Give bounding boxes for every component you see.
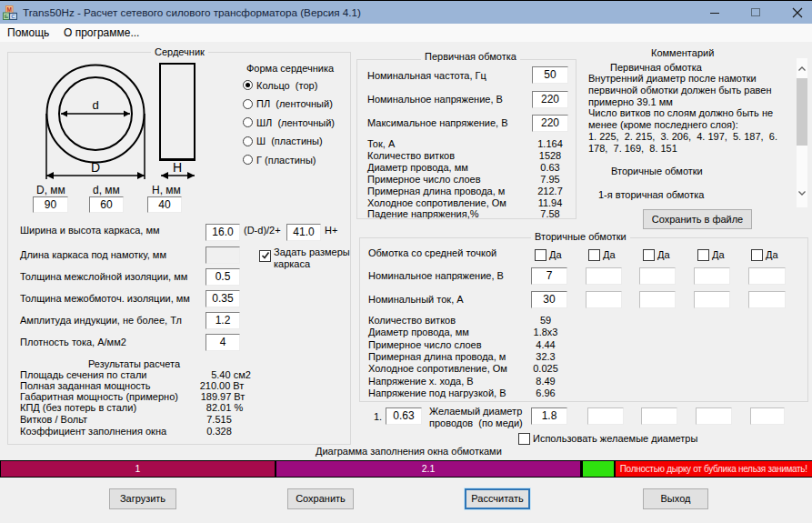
svg-text:С: С	[11, 14, 15, 19]
svg-text:H: H	[173, 160, 182, 175]
svg-text:D: D	[91, 160, 100, 175]
svg-text:M: M	[6, 6, 11, 13]
svg-text:d: d	[92, 98, 98, 112]
svg-text:Б: Б	[5, 14, 9, 19]
